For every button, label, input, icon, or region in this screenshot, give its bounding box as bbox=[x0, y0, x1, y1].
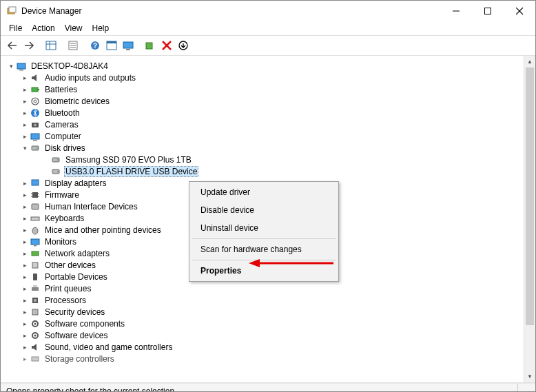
chevron-right-icon[interactable]: ▸ bbox=[20, 85, 30, 94]
back-button[interactable] bbox=[5, 38, 20, 53]
svg-point-60 bbox=[34, 322, 37, 324]
chevron-right-icon[interactable]: ▸ bbox=[20, 178, 30, 188]
tree-item-storage[interactable]: ▸ Storage controllers bbox=[3, 353, 535, 364]
show-hide-tree-button[interactable] bbox=[43, 38, 59, 53]
portable-icon bbox=[30, 271, 41, 282]
chevron-right-icon[interactable]: ▸ bbox=[20, 190, 30, 200]
chevron-right-icon[interactable]: ▸ bbox=[20, 120, 30, 130]
chevron-right-icon[interactable]: ▸ bbox=[20, 296, 30, 305]
scan-hardware-button[interactable] bbox=[143, 38, 158, 53]
scroll-down-button[interactable]: ▼ bbox=[524, 371, 535, 382]
gear-icon bbox=[30, 318, 41, 329]
svg-rect-58 bbox=[32, 309, 38, 315]
chevron-right-icon[interactable]: ▸ bbox=[20, 354, 30, 364]
chevron-right-icon[interactable]: ▸ bbox=[20, 108, 30, 118]
uninstall-button[interactable] bbox=[159, 38, 174, 53]
scroll-thumb[interactable] bbox=[526, 68, 534, 325]
chevron-right-icon[interactable]: ▸ bbox=[20, 260, 30, 270]
tree-item-batteries[interactable]: ▸ Batteries bbox=[3, 83, 535, 95]
tree-item-biometric[interactable]: ▸ Biometric devices bbox=[3, 95, 535, 107]
vertical-scrollbar[interactable]: ▲ ▼ bbox=[524, 56, 535, 382]
svg-rect-47 bbox=[31, 217, 39, 220]
ctx-disable-device[interactable]: Disable device bbox=[191, 201, 337, 219]
menu-help[interactable]: Help bbox=[88, 22, 114, 34]
svg-rect-57 bbox=[34, 299, 37, 302]
chevron-right-icon[interactable]: ▸ bbox=[20, 96, 30, 106]
ctx-properties[interactable]: Properties bbox=[191, 262, 337, 280]
tree-item-sw-devices[interactable]: ▸ Software devices bbox=[3, 329, 535, 341]
tree-item-disk-samsung[interactable]: Samsung SSD 970 EVO Plus 1TB bbox=[3, 154, 535, 165]
chevron-down-icon[interactable]: ▾ bbox=[6, 61, 16, 71]
chevron-right-icon[interactable]: ▸ bbox=[20, 237, 30, 247]
hid-icon bbox=[30, 201, 41, 212]
svg-rect-16 bbox=[107, 41, 116, 43]
tree-item-disk-drives[interactable]: ▾ Disk drives bbox=[3, 142, 535, 154]
gear-icon bbox=[30, 330, 41, 341]
tree-root[interactable]: ▾ DESKTOP-4D8JAK4 bbox=[3, 60, 535, 72]
chevron-right-icon[interactable]: ▸ bbox=[20, 284, 30, 293]
forward-button[interactable] bbox=[21, 38, 37, 53]
svg-rect-40 bbox=[32, 180, 39, 185]
scroll-up-button[interactable]: ▲ bbox=[524, 56, 535, 68]
menu-action[interactable]: Action bbox=[28, 22, 59, 34]
chevron-right-icon[interactable]: ▸ bbox=[20, 249, 30, 258]
monitor-icon bbox=[30, 236, 41, 247]
svg-rect-23 bbox=[17, 63, 25, 69]
enable-button[interactable] bbox=[176, 38, 191, 53]
svg-rect-24 bbox=[19, 70, 23, 71]
tree-item-sw-components[interactable]: ▸ Software components bbox=[3, 318, 535, 329]
tree-root-label: DESKTOP-4D8JAK4 bbox=[30, 61, 110, 71]
svg-rect-54 bbox=[32, 287, 39, 291]
tree-item-audio[interactable]: ▸ Audio inputs and outputs bbox=[3, 72, 535, 83]
menu-file[interactable]: File bbox=[5, 22, 26, 34]
selected-item-label: USB3.0 FLASH DRIVE USB Device bbox=[64, 166, 198, 177]
action-window-button[interactable] bbox=[104, 38, 119, 53]
monitor-button[interactable] bbox=[121, 38, 136, 53]
svg-rect-46 bbox=[32, 204, 39, 209]
minimize-button[interactable] bbox=[440, 1, 472, 21]
window-title: Device Manager bbox=[21, 6, 440, 16]
scroll-track[interactable] bbox=[524, 68, 535, 371]
chevron-right-icon[interactable]: ▸ bbox=[20, 73, 30, 83]
chevron-right-icon[interactable]: ▸ bbox=[20, 132, 30, 141]
ctx-update-driver[interactable]: Update driver bbox=[191, 183, 337, 201]
tree-item-sound[interactable]: ▸ Sound, video and game controllers bbox=[3, 341, 535, 353]
chevron-right-icon[interactable]: ▸ bbox=[20, 342, 30, 352]
chevron-right-icon[interactable]: ▸ bbox=[20, 214, 30, 223]
security-icon bbox=[30, 307, 41, 318]
chevron-right-icon[interactable]: ▸ bbox=[20, 202, 30, 212]
svg-rect-17 bbox=[123, 42, 133, 48]
chevron-right-icon[interactable]: ▸ bbox=[20, 225, 30, 235]
properties-button[interactable] bbox=[65, 38, 81, 53]
context-menu: Update driver Disable device Uninstall d… bbox=[189, 181, 339, 282]
ctx-scan-hardware[interactable]: Scan for hardware changes bbox=[191, 240, 337, 258]
svg-point-37 bbox=[57, 159, 59, 161]
tree-item-processors[interactable]: ▸ Processors bbox=[3, 294, 535, 306]
svg-rect-6 bbox=[46, 41, 56, 50]
tree-item-computer[interactable]: ▸ Computer bbox=[3, 130, 535, 142]
svg-rect-52 bbox=[32, 262, 38, 268]
chevron-right-icon[interactable]: ▸ bbox=[20, 319, 30, 329]
ctx-uninstall-device[interactable]: Uninstall device bbox=[191, 219, 337, 237]
tree-item-cameras[interactable]: ▸ Cameras bbox=[3, 118, 535, 130]
network-icon bbox=[30, 248, 41, 259]
disk-icon bbox=[50, 166, 61, 177]
biometric-icon bbox=[30, 96, 41, 107]
help-button[interactable]: ? bbox=[87, 38, 103, 53]
maximize-button[interactable] bbox=[472, 1, 504, 21]
menu-view[interactable]: View bbox=[61, 22, 87, 34]
chevron-down-icon[interactable]: ▾ bbox=[20, 143, 30, 153]
svg-rect-26 bbox=[38, 89, 39, 90]
tree-item-bluetooth[interactable]: ▸ Bluetooth bbox=[3, 107, 535, 118]
chevron-right-icon[interactable]: ▸ bbox=[20, 272, 30, 282]
tree-item-security[interactable]: ▸ Security devices bbox=[3, 306, 535, 318]
chevron-right-icon[interactable]: ▸ bbox=[20, 331, 30, 340]
tree-item-disk-usb[interactable]: USB3.0 FLASH DRIVE USB Device bbox=[3, 165, 535, 177]
toolbar: ? bbox=[1, 35, 535, 56]
svg-rect-50 bbox=[34, 245, 37, 247]
chevron-right-icon[interactable]: ▸ bbox=[20, 307, 30, 317]
svg-point-35 bbox=[37, 147, 38, 149]
tree-item-print[interactable]: ▸ Print queues bbox=[3, 282, 535, 294]
disk-icon bbox=[50, 154, 61, 165]
close-button[interactable] bbox=[504, 1, 535, 21]
